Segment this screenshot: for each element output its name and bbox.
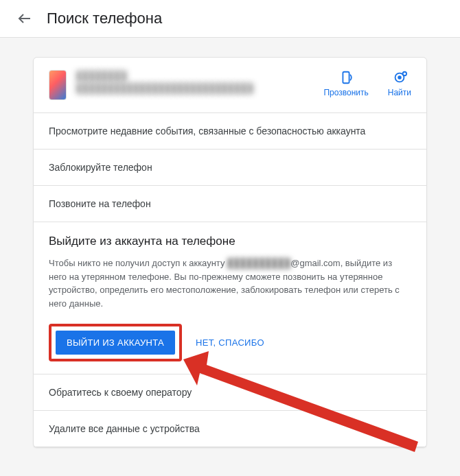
find-device-button[interactable]: Найти xyxy=(388,70,411,97)
signout-email-domain: @gmail.com xyxy=(290,258,340,268)
signout-title: Выйдите из аккаунта на телефоне xyxy=(49,235,411,248)
device-name: ████████ xyxy=(76,70,253,82)
phone-thumbnail-icon xyxy=(49,70,67,100)
device-details: ████████████████████████████ xyxy=(76,82,253,95)
option-security-events[interactable]: Просмотрите недавние события, связанные … xyxy=(34,113,426,150)
option-signout-expanded: Выйдите из аккаунта на телефоне Чтобы ни… xyxy=(34,222,426,374)
back-arrow-icon[interactable] xyxy=(16,10,33,27)
option-label: Удалите все данные с устройства xyxy=(49,423,200,434)
device-card: ████████ ████████████████████████████ Пр… xyxy=(33,57,427,448)
option-label: Позвоните на телефон xyxy=(49,198,151,209)
option-label: Обратитесь к своему оператору xyxy=(49,387,192,398)
svg-rect-1 xyxy=(343,72,349,84)
option-contact-carrier[interactable]: Обратитесь к своему оператору xyxy=(34,374,426,411)
page-title: Поиск телефона xyxy=(47,10,162,27)
option-lock-phone[interactable]: Заблокируйте телефон xyxy=(34,150,426,186)
annotation-highlight-box: ВЫЙТИ ИЗ АККАУНТА xyxy=(49,324,182,361)
ring-icon xyxy=(338,70,354,85)
ring-label: Прозвонить xyxy=(323,88,368,97)
device-info-block: ████████ ████████████████████████████ xyxy=(49,70,253,100)
signout-buttons: ВЫЙТИ ИЗ АККАУНТА НЕТ, СПАСИБО xyxy=(49,324,411,361)
signout-confirm-button[interactable]: ВЫЙТИ ИЗ АККАУНТА xyxy=(56,331,175,355)
page-header: Поиск телефона xyxy=(0,0,460,38)
option-call-phone[interactable]: Позвоните на телефон xyxy=(34,186,426,222)
option-erase-device[interactable]: Удалите все данные с устройства xyxy=(34,411,426,447)
device-summary-row: ████████ ████████████████████████████ Пр… xyxy=(34,58,426,113)
ring-device-button[interactable]: Прозвонить xyxy=(323,70,368,97)
signout-desc-prefix: Чтобы никто не получил доступ к аккаунту xyxy=(49,258,227,268)
option-label: Просмотрите недавние события, связанные … xyxy=(49,126,365,136)
svg-point-4 xyxy=(402,72,406,76)
signout-email-blurred: ██████████ xyxy=(227,258,290,268)
device-info-text: ████████ ████████████████████████████ xyxy=(76,70,253,95)
signout-description: Чтобы никто не получил доступ к аккаунту… xyxy=(49,257,411,310)
option-label: Заблокируйте телефон xyxy=(49,162,152,173)
svg-point-3 xyxy=(398,76,401,79)
signout-cancel-button[interactable]: НЕТ, СПАСИБО xyxy=(192,331,268,355)
device-actions: Прозвонить Найти xyxy=(323,70,411,97)
find-icon xyxy=(392,70,407,85)
find-label: Найти xyxy=(388,88,411,97)
